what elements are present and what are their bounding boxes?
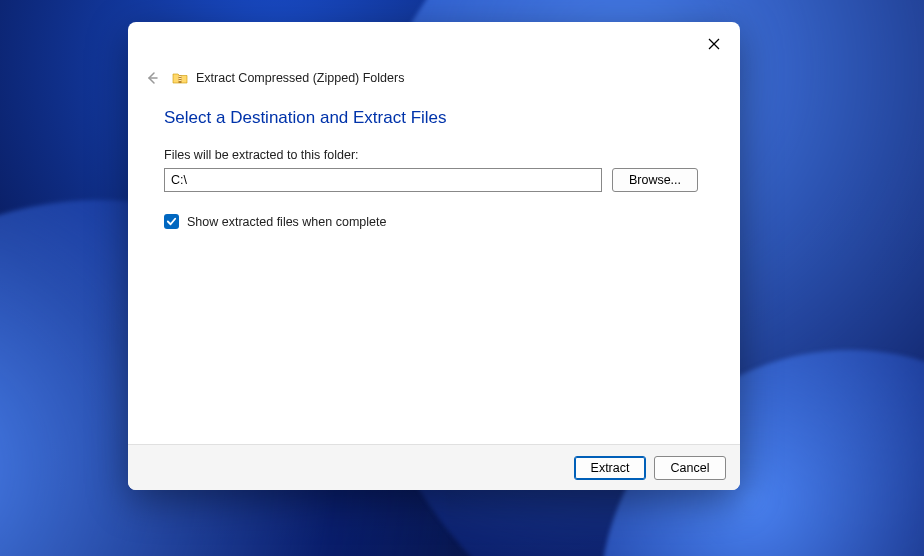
- svg-rect-4: [179, 76, 182, 77]
- show-files-checkbox[interactable]: [164, 214, 179, 229]
- show-files-checkbox-label: Show extracted files when complete: [187, 215, 386, 229]
- path-row: Browse...: [164, 168, 704, 192]
- show-files-checkbox-row[interactable]: Show extracted files when complete: [164, 214, 704, 229]
- wizard-footer: Extract Cancel: [128, 444, 740, 490]
- svg-rect-5: [179, 78, 182, 79]
- browse-button[interactable]: Browse...: [612, 168, 698, 192]
- back-button: [140, 66, 164, 90]
- path-label: Files will be extracted to this folder:: [164, 148, 704, 162]
- svg-rect-6: [179, 80, 182, 81]
- arrow-left-icon: [144, 70, 160, 86]
- checkmark-icon: [166, 216, 177, 227]
- zip-folder-icon: [172, 70, 188, 86]
- extract-button[interactable]: Extract: [574, 456, 646, 480]
- extract-wizard-dialog: Extract Compressed (Zipped) Folders Sele…: [128, 22, 740, 490]
- close-button[interactable]: [694, 28, 734, 60]
- wizard-content: Select a Destination and Extract Files F…: [128, 98, 740, 444]
- cancel-button[interactable]: Cancel: [654, 456, 726, 480]
- destination-path-input[interactable]: [164, 168, 602, 192]
- wizard-header: Extract Compressed (Zipped) Folders: [128, 66, 740, 98]
- window-title: Extract Compressed (Zipped) Folders: [196, 71, 404, 85]
- page-heading: Select a Destination and Extract Files: [164, 108, 704, 128]
- close-icon: [708, 38, 720, 50]
- titlebar: [128, 22, 740, 66]
